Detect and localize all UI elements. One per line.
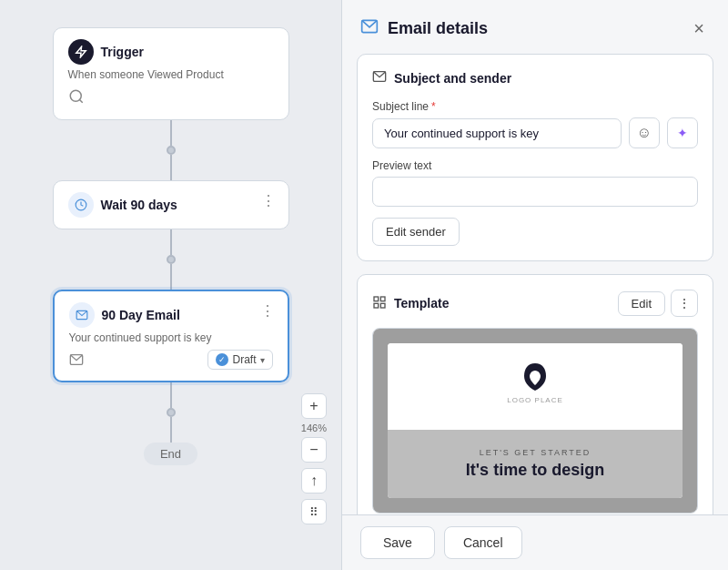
preview-outer: LOGO PLACE LET'S GET STARTED It's time t… [373, 329, 697, 513]
trigger-icon [68, 39, 94, 65]
subject-mail-icon [372, 69, 387, 87]
email-node[interactable]: 90 Day Email ⋮ Your continued support is… [53, 290, 289, 382]
svg-rect-11 [374, 303, 379, 308]
preview-field-label: Preview text [372, 159, 698, 172]
zoom-minus-button[interactable]: − [301, 437, 327, 463]
draft-chevron-icon: ▾ [260, 355, 265, 365]
end-node: End [144, 443, 197, 465]
template-header: Template Edit ⋮ [372, 290, 698, 317]
email-more-button[interactable]: ⋮ [257, 300, 278, 321]
save-button[interactable]: Save [360, 526, 435, 559]
logo-placeholder: LOGO PLACE [507, 361, 563, 404]
sparkle-button[interactable]: ✦ [667, 117, 698, 148]
required-star: * [431, 100, 436, 113]
zoom-plus-button[interactable]: + [301, 393, 327, 419]
template-more-button[interactable]: ⋮ [671, 290, 698, 317]
close-button[interactable]: × [688, 16, 710, 41]
svg-marker-0 [76, 46, 86, 57]
wait-more-button[interactable]: ⋮ [258, 190, 279, 211]
trigger-label: Trigger [101, 45, 144, 59]
subject-section: Subject and sender Subject line * ☺ ✦ Pr… [357, 54, 713, 261]
email-node-subtitle: Your continued support is key [69, 331, 273, 344]
template-title-text: Template [394, 296, 449, 310]
cancel-button[interactable]: Cancel [444, 526, 522, 559]
panel-body: Subject and sender Subject line * ☺ ✦ Pr… [342, 54, 728, 514]
svg-rect-8 [374, 297, 379, 301]
panel-header: Email details × [342, 0, 728, 54]
wait-icon [68, 192, 94, 218]
panel-footer: Save Cancel [342, 514, 728, 570]
email-details-panel: Email details × Subject and sender Subje… [341, 0, 728, 570]
template-layout-icon [372, 295, 387, 312]
svg-rect-10 [380, 303, 385, 308]
zoom-level: 146% [301, 422, 327, 433]
logo-svg-icon [521, 361, 550, 394]
svg-line-2 [79, 99, 82, 102]
edit-sender-button[interactable]: Edit sender [372, 218, 460, 246]
preview-hero: LET'S GET STARTED It's time to design [388, 430, 682, 498]
trigger-subtitle: When someone Viewed Product [68, 68, 274, 81]
email-node-label: 90 Day Email [102, 308, 180, 322]
preview-hero-title: It's time to design [402, 461, 668, 480]
draft-badge[interactable]: ✓ Draft ▾ [207, 350, 272, 370]
email-preview: LOGO PLACE LET'S GET STARTED It's time t… [372, 328, 698, 514]
email-footer-icon [69, 352, 84, 367]
trigger-node[interactable]: Trigger When someone Viewed Product [53, 27, 289, 120]
subject-section-title: Subject and sender [394, 71, 511, 86]
emoji-button[interactable]: ☺ [629, 117, 660, 148]
svg-rect-9 [380, 297, 385, 301]
email-node-icon [69, 302, 95, 328]
flow-container: Trigger When someone Viewed Product Wait… [53, 27, 289, 465]
connector-6 [170, 417, 172, 443]
grid-button[interactable]: ⠿ [301, 499, 327, 524]
dot-3 [167, 408, 176, 417]
zoom-up-button[interactable]: ↑ [301, 468, 327, 494]
wait-label: Wait 90 days [101, 198, 177, 212]
subject-input[interactable] [372, 118, 622, 148]
panel-mail-icon [360, 17, 379, 40]
template-section: Template Edit ⋮ [357, 274, 713, 514]
subject-field-label: Subject line * [372, 100, 698, 113]
connector-3 [170, 229, 172, 255]
svg-point-1 [70, 90, 81, 101]
preview-hero-small: LET'S GET STARTED [402, 448, 668, 457]
preview-text-input[interactable] [372, 177, 698, 207]
end-label: End [160, 447, 181, 461]
connector-1 [170, 120, 172, 146]
subject-field-row: ☺ ✦ [372, 117, 698, 148]
dot-1 [167, 146, 176, 155]
preview-logo-area: LOGO PLACE [388, 343, 682, 430]
connector-4 [170, 264, 172, 290]
logo-text: LOGO PLACE [507, 396, 563, 404]
connector-2 [170, 155, 172, 180]
trigger-sub-icon [68, 88, 85, 105]
subject-section-header: Subject and sender [372, 69, 698, 87]
connector-5 [170, 382, 172, 408]
zoom-controls: + 146% − ↑ ⠿ [301, 393, 327, 524]
wait-node[interactable]: Wait 90 days ⋮ [53, 180, 289, 229]
panel-title: Email details [388, 19, 679, 38]
dot-2 [167, 255, 176, 264]
flow-canvas: Trigger When someone Viewed Product Wait… [0, 0, 341, 570]
draft-check-icon: ✓ [216, 353, 228, 366]
template-edit-button[interactable]: Edit [618, 291, 665, 316]
preview-inner: LOGO PLACE LET'S GET STARTED It's time t… [388, 343, 682, 498]
draft-label: Draft [232, 353, 256, 366]
